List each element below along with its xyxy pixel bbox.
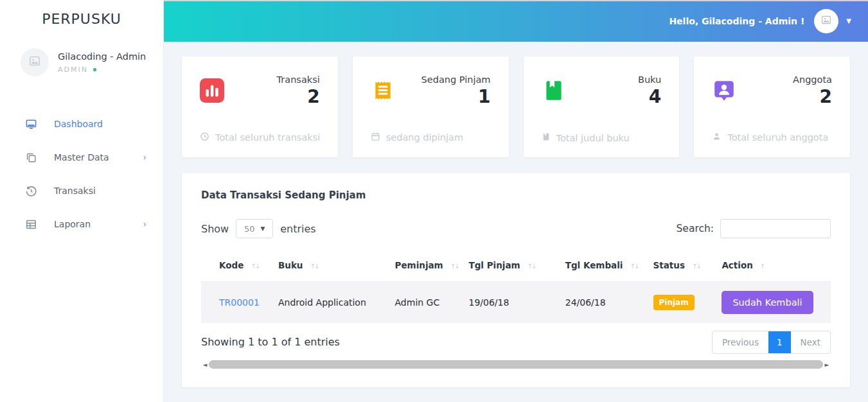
stat-label: Anggota bbox=[793, 74, 832, 85]
stat-card-buku: Buku 4 Total judul buku bbox=[524, 57, 680, 157]
scroll-left-icon[interactable]: ◄ bbox=[201, 360, 209, 369]
calendar-icon bbox=[371, 132, 380, 143]
stat-label: Buku bbox=[638, 74, 661, 85]
length-menu: Show 50 ▼ entries bbox=[201, 219, 316, 238]
sidebar-item-dashboard[interactable]: Dashboard bbox=[0, 107, 163, 141]
column-header-status[interactable]: Status↑↓ bbox=[648, 252, 717, 282]
next-page-button[interactable]: Next bbox=[791, 331, 830, 353]
page-length-select[interactable]: 50 ▼ bbox=[236, 219, 273, 238]
history-icon bbox=[24, 184, 37, 197]
previous-page-button[interactable]: Previous bbox=[713, 331, 768, 353]
image-icon bbox=[821, 15, 831, 28]
stat-value: 4 bbox=[638, 86, 661, 107]
sidebar-item-master-data[interactable]: Master Data › bbox=[0, 141, 163, 174]
stat-value: 1 bbox=[421, 86, 491, 107]
image-icon bbox=[29, 55, 40, 69]
chevron-right-icon: › bbox=[143, 219, 146, 229]
column-header-action[interactable]: Action↑ bbox=[716, 252, 831, 282]
cell-status: Pinjam bbox=[648, 282, 717, 323]
stat-card-transaksi: Transaksi 2 Total seluruh transaksi bbox=[182, 57, 338, 157]
stat-label: Sedang Pinjam bbox=[421, 74, 491, 85]
table-footer: Showing 1 to 1 of 1 entries Previous 1 N… bbox=[201, 331, 831, 354]
member-icon bbox=[712, 78, 736, 103]
pagination: Previous 1 Next bbox=[712, 331, 831, 354]
table-toolbar: Show 50 ▼ entries Search: bbox=[201, 219, 831, 238]
user-name: Gilacoding - Admin bbox=[58, 51, 146, 62]
book-icon bbox=[542, 78, 566, 103]
sidebar-item-label: Master Data bbox=[54, 152, 109, 162]
cell-tgl-pinjam: 19/06/18 bbox=[463, 282, 560, 323]
scrollbar-thumb[interactable] bbox=[209, 360, 823, 369]
stat-footer: Total judul buku bbox=[542, 132, 630, 143]
cell-buku: Android Application bbox=[273, 282, 390, 323]
sidebar-item-transaksi[interactable]: Transaksi bbox=[0, 174, 163, 207]
sort-icon: ↑↓ bbox=[630, 263, 638, 270]
sidebar-item-label: Dashboard bbox=[54, 119, 103, 129]
search-input[interactable] bbox=[720, 219, 831, 238]
scroll-right-icon[interactable]: ► bbox=[823, 360, 831, 369]
sort-icon: ↑↓ bbox=[310, 263, 318, 270]
sidebar-item-label: Transaksi bbox=[54, 186, 96, 196]
transactions-card: Data Transaksi Sedang Pinjam Show 50 ▼ e… bbox=[182, 173, 850, 387]
column-header-buku[interactable]: Buku↑↓ bbox=[273, 252, 390, 282]
table-row: TR00001 Android Application Admin GC 19/… bbox=[201, 282, 831, 323]
main-area: Hello, Gilacoding - Admin ! ▼ Transaksi bbox=[164, 0, 868, 402]
stat-footer: sedang dipinjam bbox=[371, 132, 463, 143]
table-icon bbox=[24, 218, 37, 231]
sidebar-item-label: Laporan bbox=[54, 219, 91, 229]
topbar-avatar bbox=[814, 9, 838, 33]
search-group: Search: bbox=[677, 219, 831, 238]
stat-card-sedang-pinjam: Sedang Pinjam 1 sedang dipinjam bbox=[353, 57, 509, 157]
transaction-link[interactable]: TR00001 bbox=[219, 297, 260, 308]
sudah-kembali-button[interactable]: Sudah Kembali bbox=[722, 291, 813, 314]
monitor-icon bbox=[24, 118, 37, 130]
transactions-table: Kode↑↓ Buku↑↓ Peminjam↑↓ Tgl Pinjam↑↓ Tg… bbox=[201, 252, 831, 323]
stat-footer: Total seluruh anggota bbox=[712, 132, 828, 143]
column-header-peminjam[interactable]: Peminjam↑↓ bbox=[390, 252, 464, 282]
stat-value: 2 bbox=[277, 86, 320, 107]
sidebar-menu: Dashboard Master Data › Transaksi Lapora… bbox=[0, 107, 163, 241]
stat-cards: Transaksi 2 Total seluruh transaksi bbox=[182, 57, 850, 157]
cell-kode: TR00001 bbox=[201, 282, 273, 323]
column-header-kode[interactable]: Kode↑↓ bbox=[201, 252, 273, 282]
cell-peminjam: Admin GC bbox=[390, 282, 464, 323]
status-badge: Pinjam bbox=[653, 295, 695, 310]
current-page-button[interactable]: 1 bbox=[768, 331, 791, 353]
sort-icon: ↑↓ bbox=[251, 263, 259, 270]
stat-footer: Total seluruh transaksi bbox=[200, 132, 320, 143]
stat-label: Transaksi bbox=[277, 74, 320, 85]
book-small-icon bbox=[542, 132, 551, 143]
sidebar-user-block: Gilacoding - Admin ADMIN bbox=[21, 48, 163, 76]
copy-icon bbox=[24, 151, 37, 164]
receipt-icon bbox=[371, 78, 395, 103]
clock-icon bbox=[200, 132, 209, 143]
sidebar-item-laporan[interactable]: Laporan › bbox=[0, 207, 163, 241]
column-header-tgl-kembali[interactable]: Tgl Kembali↑↓ bbox=[560, 252, 648, 282]
column-header-tgl-pinjam[interactable]: Tgl Pinjam↑↓ bbox=[463, 252, 560, 282]
table-info: Showing 1 to 1 of 1 entries bbox=[201, 336, 340, 348]
online-status-icon bbox=[93, 68, 96, 71]
avatar bbox=[21, 48, 49, 76]
card-title: Data Transaksi Sedang Pinjam bbox=[201, 189, 831, 201]
stat-value: 2 bbox=[793, 86, 832, 107]
user-role: ADMIN bbox=[58, 66, 146, 74]
topbar-user-menu[interactable]: ▼ bbox=[814, 9, 851, 33]
cell-tgl-kembali: 24/06/18 bbox=[560, 282, 648, 323]
cell-action: Sudah Kembali bbox=[716, 282, 831, 323]
search-label: Search: bbox=[677, 223, 714, 234]
brand-logo: PERPUSKU bbox=[0, 0, 163, 27]
stat-card-anggota: Anggota 2 Total seluruh anggota bbox=[694, 57, 850, 157]
sidebar: PERPUSKU Gilacoding - Admin ADMIN Dashbo… bbox=[0, 0, 164, 402]
sort-icon: ↑↓ bbox=[527, 263, 536, 270]
horizontal-scrollbar: ◄ ► bbox=[201, 360, 831, 369]
page-content: Transaksi 2 Total seluruh transaksi bbox=[164, 42, 868, 402]
sort-icon: ↑↓ bbox=[450, 263, 459, 270]
bar-chart-icon bbox=[200, 78, 224, 103]
user-info: Gilacoding - Admin ADMIN bbox=[58, 51, 146, 74]
chevron-down-icon: ▼ bbox=[846, 17, 851, 24]
person-icon bbox=[712, 132, 722, 143]
sort-icon: ↑ bbox=[760, 263, 764, 270]
topbar: Hello, Gilacoding - Admin ! ▼ bbox=[164, 0, 868, 42]
topbar-greeting: Hello, Gilacoding - Admin ! bbox=[669, 16, 804, 26]
sort-icon: ↑↓ bbox=[692, 263, 700, 270]
